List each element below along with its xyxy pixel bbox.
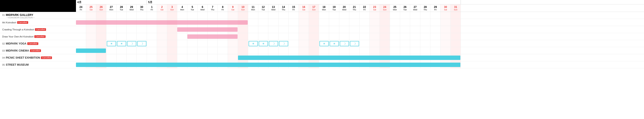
- day-name: Sun: [454, 8, 457, 11]
- day-name: Mon: [393, 8, 397, 11]
- grid-cell-11: [187, 47, 198, 54]
- grid-body: ☀☀☽☽☀☀☽☽☀☀☽☽: [76, 12, 644, 68]
- grid-cell-9: [167, 33, 177, 40]
- day-name: Mon: [180, 8, 184, 11]
- day-name: Fri: [150, 8, 153, 11]
- grid-event-row-0: [76, 19, 644, 26]
- grid-cell-34: [420, 47, 430, 54]
- grid-cell-35: [430, 19, 440, 26]
- day-name: Sat: [90, 8, 93, 11]
- grid-cell-6: [137, 33, 147, 40]
- grid-cell-3: [106, 33, 116, 40]
- day-number: 14: [282, 6, 285, 8]
- grid-cell-31: [390, 26, 400, 33]
- grid-cell-28: [360, 40, 370, 47]
- day-number: 24: [383, 6, 386, 8]
- day-col-24: 18Mon: [319, 4, 329, 12]
- yoga-icon-2-1: ☀: [330, 41, 339, 46]
- grid-cell-28: [360, 19, 370, 26]
- grid-cell-30: [380, 33, 390, 40]
- day-name: Thu: [211, 8, 214, 11]
- month-label: 5月: [147, 0, 461, 4]
- cancelled-badge: Cancelled: [30, 49, 41, 52]
- grid-cell-31: [390, 47, 400, 54]
- venue-bar-03: [76, 48, 106, 53]
- grid-cell-12: [198, 40, 208, 47]
- venue-name: MIDPARK YOGA: [6, 42, 26, 45]
- grid-cell-26: [339, 26, 350, 33]
- day-col-22: 16Sat: [299, 4, 309, 12]
- cancelled-badge: Cancelled: [35, 28, 46, 31]
- day-col-29: 23Sat: [370, 4, 380, 12]
- day-number: 30: [444, 6, 447, 8]
- day-number: 28: [424, 6, 427, 8]
- grid-cell-33: [410, 26, 420, 33]
- grid-cell-33: [410, 40, 420, 47]
- grid-cell-32: [400, 47, 410, 54]
- yoga-icon-1-0: ☀: [248, 41, 258, 46]
- day-number: 7: [212, 6, 213, 8]
- day-name: Fri: [292, 8, 295, 11]
- grid-cell-37: [451, 40, 461, 47]
- grid-cell-14: [218, 12, 228, 19]
- day-number: 29: [434, 6, 437, 8]
- grid-cell-5: [126, 54, 137, 61]
- day-name: Fri: [222, 8, 224, 11]
- grid-cell-12: [198, 12, 208, 19]
- day-col-34: 28Thu: [420, 4, 430, 12]
- day-name: Thu: [282, 8, 285, 11]
- day-col-11: 5Tue: [187, 4, 198, 12]
- grid-cell-28: [360, 26, 370, 33]
- grid-cell-22: [299, 19, 309, 26]
- grid-cell-37: [451, 47, 461, 54]
- grid-cell-2: [96, 12, 106, 19]
- day-name: Sun: [241, 8, 244, 11]
- grid-cell-22: [299, 47, 309, 54]
- grid-cell-3: [106, 26, 116, 33]
- day-number: 2: [161, 6, 163, 8]
- grid-cell-0: [76, 40, 86, 47]
- day-name: Thu: [424, 8, 427, 11]
- event-label-text: Crawling Through a Koinobori: [2, 28, 34, 31]
- grid-cell-31: [390, 33, 400, 40]
- grid-cell-34: [420, 12, 430, 19]
- grid-cell-32: [400, 26, 410, 33]
- grid-cell-29: [370, 26, 380, 33]
- grid-cell-21: [289, 26, 299, 33]
- calendar-area[interactable]: 4月5月 24Fri25Sat26Sun27Mon28Tue29Wed30Thu…: [76, 0, 644, 68]
- grid-cell-20: [278, 12, 289, 19]
- grid-cell-25: [329, 26, 339, 33]
- grid-cell-34: [420, 40, 430, 47]
- day-col-25: 19Tue: [329, 4, 339, 12]
- day-col-13: 7Thu: [208, 4, 218, 12]
- day-number: 17: [312, 6, 315, 8]
- grid-cell-36: [440, 33, 451, 40]
- grid-cell-27: [350, 47, 360, 54]
- grid-cell-31: [390, 40, 400, 47]
- event-label-text: Art Koinobori: [2, 21, 16, 24]
- grid-cell-29: [370, 19, 380, 26]
- venue-bar-05: [76, 62, 460, 67]
- day-name: Fri: [434, 8, 436, 11]
- day-name: Mon: [251, 8, 255, 11]
- venue-name: MIDPARK GALLERY: [6, 13, 33, 16]
- grid-cell-10: [177, 12, 187, 19]
- grid-cell-33: [410, 47, 420, 54]
- grid-cell-25: [329, 33, 339, 40]
- day-name: Tue: [191, 8, 194, 11]
- grid-cell-13: [208, 12, 218, 19]
- venue-row-label-04: 04 PICNIC SHEET EXHIBITIONCancelled: [0, 54, 76, 61]
- grid-cell-24: [319, 33, 329, 40]
- day-col-10: 4Mon: [177, 4, 187, 12]
- grid-cell-11: [187, 54, 198, 61]
- grid-cell-6: [137, 54, 147, 61]
- grid-cell-18: [258, 47, 268, 54]
- grid-cell-3: [106, 54, 116, 61]
- grid-venue-header-row: [76, 12, 644, 19]
- grid-cell-30: [380, 12, 390, 19]
- grid-event-row-1: [76, 26, 644, 33]
- day-name: Thu: [140, 8, 144, 11]
- grid-cell-18: [258, 26, 268, 33]
- day-col-16: 10Sun: [238, 4, 248, 12]
- grid-cell-8: [157, 33, 167, 40]
